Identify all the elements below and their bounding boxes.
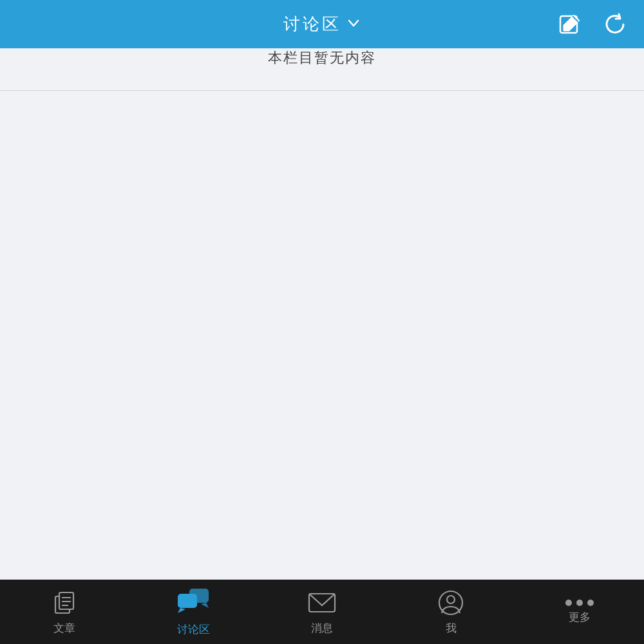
nav-item-discuss[interactable]: 讨论区 xyxy=(129,580,258,644)
messages-icon xyxy=(307,589,337,617)
empty-message: 本栏目暂无内容 xyxy=(268,50,376,66)
nav-item-articles[interactable]: 文章 xyxy=(0,580,129,644)
more-icon xyxy=(565,600,594,606)
svg-rect-7 xyxy=(189,589,209,603)
header-actions xyxy=(554,8,631,41)
discuss-label: 讨论区 xyxy=(177,622,210,637)
nav-item-more[interactable]: 更多 xyxy=(515,580,644,644)
discuss-icon xyxy=(176,587,210,618)
more-label: 更多 xyxy=(569,610,591,625)
nav-item-messages[interactable]: 消息 xyxy=(258,580,386,644)
header-title-group: 讨论区 xyxy=(283,13,361,35)
header: 讨论区 xyxy=(0,0,644,48)
messages-label: 消息 xyxy=(311,621,333,636)
me-label: 我 xyxy=(446,621,457,636)
articles-label: 文章 xyxy=(53,621,75,636)
more-dots xyxy=(565,600,594,606)
dot-2 xyxy=(576,600,583,606)
nav-item-me[interactable]: 我 xyxy=(386,580,515,644)
refresh-button[interactable] xyxy=(599,8,631,41)
empty-message-container: 本栏目暂无内容 xyxy=(268,48,376,68)
dot-1 xyxy=(565,600,572,606)
header-title: 讨论区 xyxy=(283,13,341,35)
dot-3 xyxy=(587,600,594,606)
svg-point-10 xyxy=(447,596,455,603)
articles-icon xyxy=(50,589,79,617)
me-icon xyxy=(437,589,465,617)
chevron-down-icon[interactable] xyxy=(346,16,361,33)
bottom-nav: 文章 讨论区 消息 xyxy=(0,580,644,644)
content-divider xyxy=(0,90,644,91)
main-content: 本栏目暂无内容 xyxy=(0,48,644,580)
edit-button[interactable] xyxy=(554,8,586,41)
